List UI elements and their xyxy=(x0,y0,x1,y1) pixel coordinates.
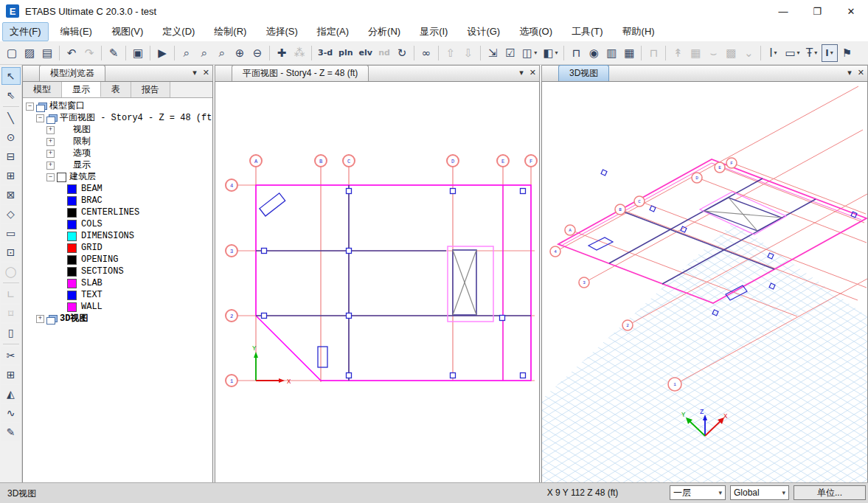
draw-dimension-line-icon[interactable]: ✎ xyxy=(1,423,21,441)
tree-node-story-layers[interactable]: − 建筑层 xyxy=(26,171,212,183)
view-elevation-icon[interactable]: elv xyxy=(357,44,375,62)
menu-item-9[interactable]: 设计(G) xyxy=(459,22,507,41)
layer-row-cols[interactable]: COLS xyxy=(26,218,212,230)
previous-zoom-icon[interactable]: ⌕ xyxy=(214,44,230,62)
draw-wall-stack-icon[interactable]: ▯ xyxy=(1,324,21,341)
tree-node-limits[interactable]: + 限制 xyxy=(26,136,212,148)
view-3d-tab[interactable]: 3D视图 xyxy=(558,65,609,81)
shaded-view-icon[interactable]: ◧▾ xyxy=(541,44,560,62)
menu-item-12[interactable]: 帮助(H) xyxy=(615,22,662,41)
new-model-icon[interactable]: ▢ xyxy=(4,44,20,62)
panel-close-icon[interactable]: ✕ xyxy=(203,68,209,77)
select-pointer-icon[interactable]: ↖ xyxy=(1,67,21,85)
undo-icon[interactable]: ↶ xyxy=(63,44,80,62)
coordinate-system-selector[interactable]: Global ▾ xyxy=(730,485,789,500)
collapse-icon[interactable]: − xyxy=(46,173,55,181)
display-options-glasses-icon[interactable]: ∞ xyxy=(418,44,434,62)
dropdown-caret-icon[interactable]: ▾ xyxy=(555,49,558,56)
shrink-objects-icon[interactable]: ⇲ xyxy=(485,44,501,62)
layer-checkbox[interactable] xyxy=(57,173,66,182)
menu-item-4[interactable]: 绘制(R) xyxy=(206,22,254,41)
edit-grid-icon[interactable]: ⊞ xyxy=(1,366,21,384)
quick-draw-frame-icon[interactable]: ⊞ xyxy=(1,167,21,184)
view-plan-icon[interactable]: pln xyxy=(336,44,355,62)
draw-poly-area-icon[interactable]: ◇ xyxy=(1,205,21,223)
run-analysis-icon[interactable]: ▶ xyxy=(154,44,170,62)
open-model-icon[interactable]: ▨ xyxy=(21,44,38,62)
layer-row-dimensions[interactable]: DIMENSIONS xyxy=(26,230,212,242)
reshape-object-icon[interactable]: ⇖ xyxy=(1,86,21,104)
story-selector[interactable]: 一层 ▾ xyxy=(670,485,726,500)
zoom-out-icon[interactable]: ⊖ xyxy=(249,44,265,62)
plan-view-canvas[interactable]: A B C D E F 4 3 2 1 xyxy=(215,81,540,483)
maximize-button[interactable]: ❐ xyxy=(800,0,834,22)
close-button[interactable]: ✕ xyxy=(834,0,868,22)
pan-icon[interactable]: ✚ xyxy=(274,44,290,62)
joists-tool-icon[interactable]: ▥ xyxy=(603,44,619,62)
units-button[interactable]: 单位... xyxy=(794,485,866,500)
quick-draw-area-icon[interactable]: ⊡ xyxy=(1,243,21,261)
panel-close-icon[interactable]: ✕ xyxy=(530,68,536,77)
snap-options-icon[interactable]: ◉ xyxy=(586,44,602,62)
panel-menu-icon[interactable]: ▾ xyxy=(519,68,524,77)
tree-node-views[interactable]: + 视图 xyxy=(26,124,212,136)
draw-rect-area-icon[interactable]: ▭ xyxy=(1,224,21,242)
expand-icon[interactable]: + xyxy=(46,150,55,158)
dropdown-caret-icon[interactable]: ▾ xyxy=(534,49,537,56)
dropdown-caret-icon[interactable]: ▾ xyxy=(797,49,800,56)
layer-row-brac[interactable]: BRAC xyxy=(26,195,212,207)
layer-row-sections[interactable]: SECTIONS xyxy=(26,266,212,277)
tree-node-display[interactable]: + 显示 xyxy=(26,159,212,171)
layer-row-beam[interactable]: BEAM xyxy=(26,183,212,195)
i-section-icon[interactable]: I▾ xyxy=(765,44,781,62)
draw-line-icon[interactable]: ╲ xyxy=(1,109,21,127)
expand-icon[interactable]: + xyxy=(46,126,55,134)
panel-close-icon[interactable]: ✕ xyxy=(858,68,864,77)
explorer-tab-0[interactable]: 模型 xyxy=(23,82,62,97)
boxed-i-section-icon[interactable]: I▾ xyxy=(822,44,838,62)
menu-item-6[interactable]: 指定(A) xyxy=(310,22,356,41)
layer-row-centerlines[interactable]: CENTERLINES xyxy=(26,207,212,218)
layer-row-grid[interactable]: GRID xyxy=(26,242,212,254)
dropdown-caret-icon[interactable]: ▾ xyxy=(830,49,833,56)
collapse-icon[interactable]: − xyxy=(26,103,34,111)
menu-item-8[interactable]: 显示(I) xyxy=(412,22,455,41)
draw-frame-icon[interactable]: ⊟ xyxy=(1,148,21,165)
collapse-icon[interactable]: − xyxy=(36,114,44,122)
menu-item-10[interactable]: 选项(O) xyxy=(512,22,560,41)
expand-icon[interactable]: + xyxy=(46,162,55,170)
expand-icon[interactable]: + xyxy=(46,138,55,146)
menu-item-3[interactable]: 定义(D) xyxy=(155,22,202,41)
zoom-in-icon[interactable]: ⊕ xyxy=(232,44,248,62)
panel-menu-icon[interactable]: ▾ xyxy=(847,68,852,77)
lock-model-icon[interactable]: ▣ xyxy=(130,44,146,62)
menu-item-1[interactable]: 编辑(E) xyxy=(53,22,100,41)
edit-pen-icon[interactable]: ✎ xyxy=(105,44,122,62)
explorer-tab-1[interactable]: 显示 xyxy=(62,82,101,97)
rubber-band-zoom-icon[interactable]: ⌕ xyxy=(178,44,195,62)
quick-draw-braces-icon[interactable]: ⊠ xyxy=(1,186,21,204)
layer-row-slab[interactable]: SLAB xyxy=(26,277,212,289)
draw-section-cut-icon[interactable]: ✂ xyxy=(1,347,21,364)
expand-icon[interactable]: + xyxy=(36,315,44,323)
tree-node-model-window[interactable]: − 模型窗口 xyxy=(26,100,212,112)
explorer-tab-2[interactable]: 表 xyxy=(101,82,131,97)
draw-special-joint-icon[interactable]: ⊙ xyxy=(1,128,21,146)
menu-item-5[interactable]: 选择(S) xyxy=(258,22,305,41)
explorer-tab-3[interactable]: 报告 xyxy=(131,82,170,97)
tee-section-icon[interactable]: Ŧ▾ xyxy=(804,44,820,62)
rotate-3d-view-icon[interactable]: ↻ xyxy=(394,44,410,62)
draw-spandrel-label-icon[interactable]: ∿ xyxy=(1,404,21,422)
draw-pier-label-icon[interactable]: ◭ xyxy=(1,385,21,403)
slab-section-icon[interactable]: ▭▾ xyxy=(782,44,802,62)
tree-node-plan-view[interactable]: − 平面视图 - Story4 - Z = 48 (ft) xyxy=(26,112,212,124)
minimize-button[interactable]: — xyxy=(766,0,800,22)
dropdown-caret-icon[interactable]: ▾ xyxy=(774,49,777,56)
menu-item-0[interactable]: 文件(F) xyxy=(2,22,49,41)
panel-menu-icon[interactable]: ▾ xyxy=(192,68,197,77)
save-model-icon[interactable]: ▤ xyxy=(39,44,55,62)
menu-item-2[interactable]: 视图(V) xyxy=(104,22,150,41)
tree-node-3d-view[interactable]: + 3D视图 xyxy=(26,313,212,325)
layer-row-text[interactable]: TEXT xyxy=(26,289,212,301)
restore-full-view-icon[interactable]: ⌕ xyxy=(196,44,212,62)
